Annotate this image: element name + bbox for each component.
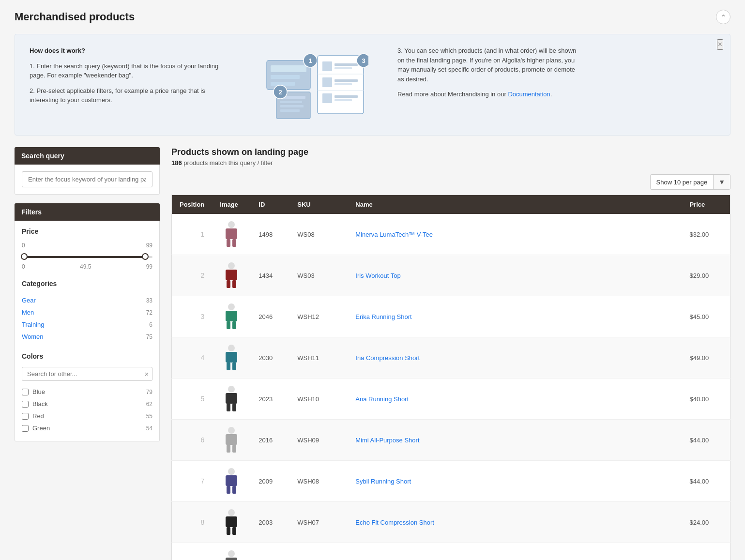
product-name-link[interactable]: Ina Compression Short — [355, 354, 420, 362]
product-image — [220, 383, 243, 414]
product-image — [220, 466, 243, 497]
svg-rect-30 — [232, 239, 236, 247]
category-link[interactable]: Men — [22, 309, 34, 316]
table-row[interactable]: 2 1434 WS03 Iris Workout Top $29.00 — [172, 255, 730, 296]
svg-rect-34 — [232, 280, 236, 288]
svg-rect-37 — [227, 321, 230, 329]
name-cell[interactable]: Erika Running Short — [348, 296, 682, 337]
range-thumb-right[interactable] — [142, 253, 149, 260]
svg-rect-45 — [227, 404, 230, 411]
name-cell[interactable]: Echo Fit Compression Short — [348, 502, 682, 543]
svg-rect-3 — [271, 82, 295, 86]
sku-cell: WSH11 — [289, 337, 348, 378]
sku-cell: WSH10 — [289, 378, 348, 420]
name-cell[interactable]: Ana Running Short — [348, 378, 682, 420]
name-cell[interactable]: Iris Workout Top — [348, 255, 682, 296]
svg-rect-28 — [226, 228, 237, 239]
color-count: 79 — [146, 389, 152, 395]
range-thumb-left[interactable] — [21, 253, 28, 260]
per-page-select[interactable]: Show 10 per page ▼ — [650, 174, 730, 190]
svg-rect-41 — [227, 363, 230, 370]
svg-rect-7 — [322, 61, 332, 71]
svg-rect-17 — [334, 99, 352, 101]
documentation-link[interactable]: Documentation — [508, 91, 550, 98]
product-image — [220, 260, 243, 291]
category-count: 75 — [146, 333, 152, 340]
category-list-item[interactable]: Gear33 — [22, 294, 152, 306]
table-row[interactable]: 8 2003 WSH07 Echo Fit Compression Short … — [172, 502, 730, 543]
price-range-slider[interactable] — [22, 252, 152, 261]
product-image-svg — [222, 467, 241, 496]
name-cell[interactable]: Angel Light Running Short — [348, 543, 682, 560]
name-cell[interactable]: Mimi All-Purpose Short — [348, 420, 682, 461]
product-name-link[interactable]: Sybil Running Short — [355, 478, 411, 485]
table-row[interactable]: 7 2009 WSH08 Sybil Running Short $44.00 — [172, 461, 730, 502]
product-image — [220, 548, 243, 560]
product-image — [220, 342, 243, 373]
product-image — [220, 507, 243, 538]
price-cell: $44.00 — [682, 461, 730, 502]
category-list-item[interactable]: Training6 — [22, 318, 152, 331]
per-page-dropdown-button[interactable]: ▼ — [713, 175, 730, 189]
category-list-item[interactable]: Men72 — [22, 306, 152, 318]
name-cell[interactable]: Ina Compression Short — [348, 337, 682, 378]
page-wrapper: Merchandised products ⌃ × How does it wo… — [0, 0, 745, 560]
search-input[interactable] — [22, 171, 152, 187]
table-row[interactable]: 6 2016 WSH09 Mimi All-Purpose Short $44.… — [172, 420, 730, 461]
products-count-number: 186 — [171, 159, 182, 166]
products-tbody: 1 1498 WS08 Minerva LumaTech™ V-Tee $32.… — [172, 214, 730, 560]
product-name-link[interactable]: Iris Workout Top — [355, 272, 400, 279]
price-labels-top: 0 99 — [22, 242, 152, 249]
image-cell — [212, 337, 251, 378]
product-name-link[interactable]: Erika Running Short — [355, 313, 411, 320]
position-cell: 5 — [172, 378, 213, 420]
price-title: Price — [22, 227, 152, 235]
color-search-wrap: × — [22, 367, 152, 381]
color-search-clear-icon[interactable]: × — [145, 370, 149, 378]
position-cell: 2 — [172, 255, 213, 296]
id-cell: 1996 — [251, 543, 289, 560]
color-name: Green — [32, 424, 50, 432]
category-count: 33 — [146, 297, 152, 304]
category-count: 6 — [149, 321, 152, 328]
color-checkbox[interactable] — [22, 401, 29, 408]
table-row[interactable]: 9 1996 WSH06 Angel Light Running Short $… — [172, 543, 730, 560]
color-checkbox[interactable] — [22, 389, 29, 395]
category-link[interactable]: Women — [22, 333, 44, 340]
info-text-right: 3. You can see which products (and in wh… — [397, 46, 581, 105]
table-row[interactable]: 1 1498 WS08 Minerva LumaTech™ V-Tee $32.… — [172, 214, 730, 255]
info-diagram: 1 3 — [252, 46, 378, 123]
info-banner-close-button[interactable]: × — [717, 39, 723, 50]
image-cell — [212, 461, 251, 502]
svg-rect-32 — [226, 270, 237, 280]
product-name-link[interactable]: Mimi All-Purpose Short — [355, 437, 419, 444]
table-row[interactable]: 4 2030 WSH11 Ina Compression Short $49.0… — [172, 337, 730, 378]
table-row[interactable]: 3 2046 WSH12 Erika Running Short $45.00 — [172, 296, 730, 337]
name-cell[interactable]: Minerva LumaTech™ V-Tee — [348, 214, 682, 255]
color-checkbox[interactable] — [22, 425, 29, 432]
color-search-input[interactable] — [22, 367, 152, 381]
info-doc-text: Read more about Merchandising in our Doc… — [397, 90, 581, 99]
product-name-link[interactable]: Ana Running Short — [355, 395, 409, 403]
category-list-item[interactable]: Women75 — [22, 331, 152, 343]
color-item-left: Black — [22, 400, 48, 408]
product-name-link[interactable]: Echo Fit Compression Short — [355, 519, 434, 526]
price-max-label: 99 — [146, 242, 152, 249]
color-name: Red — [32, 412, 44, 420]
category-link[interactable]: Training — [22, 321, 44, 328]
table-row[interactable]: 5 2023 WSH10 Ana Running Short $40.00 — [172, 378, 730, 420]
category-link[interactable]: Gear — [22, 297, 36, 304]
products-table: Position Image ID SKU Name Price 1 — [171, 195, 730, 560]
info-banner: × How does it work? 1. Enter the search … — [15, 34, 730, 136]
color-checkbox[interactable] — [22, 413, 29, 420]
product-image-svg — [222, 261, 241, 290]
color-count: 62 — [146, 401, 152, 408]
svg-rect-54 — [232, 486, 236, 494]
product-name-link[interactable]: Minerva LumaTech™ V-Tee — [355, 231, 433, 238]
name-cell[interactable]: Sybil Running Short — [348, 461, 682, 502]
svg-rect-44 — [226, 393, 237, 404]
info-text-left: How does it work? 1. Enter the search qu… — [30, 46, 233, 111]
image-cell — [212, 543, 251, 560]
collapse-button[interactable]: ⌃ — [716, 10, 730, 24]
sku-cell: WS03 — [289, 255, 348, 296]
